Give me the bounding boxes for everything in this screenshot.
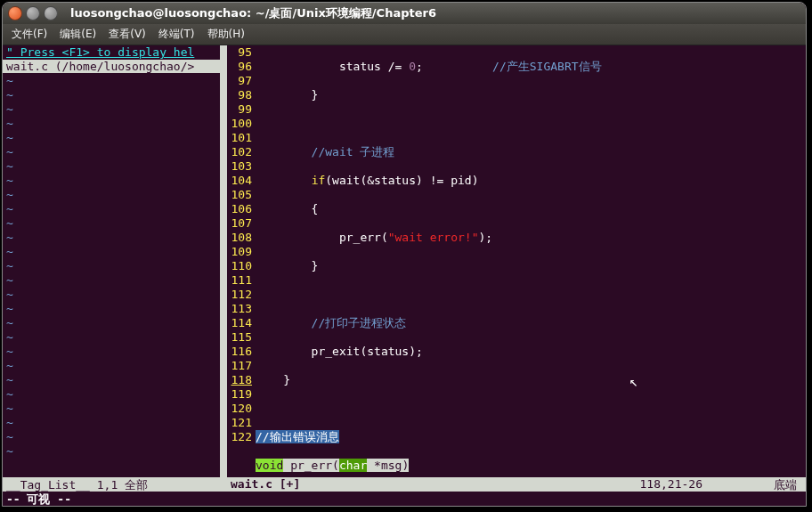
line-number: 98 — [227, 88, 252, 102]
line-number: 121 — [227, 416, 252, 430]
line-number: 113 — [227, 302, 252, 316]
line-number: 99 — [227, 102, 252, 117]
line-number: 117 — [227, 359, 252, 373]
status-filename: wait.c [+] — [231, 477, 300, 492]
status-taglist: __Tag_List__ 1,1 全部 — [3, 477, 220, 492]
vim-mode: -- 可视 -- — [6, 492, 71, 506]
status-bar: __Tag_List__ 1,1 全部 wait.c [+] 118,21-26… — [3, 477, 806, 492]
line-number: 103 — [227, 159, 252, 174]
tilde-column: ~~~~~~~~~~~~~~~~~~~~~~~~~~~ — [6, 74, 13, 459]
code-area[interactable]: status /= 0; //产生SIGABRT信号 } //wait 子进程 … — [256, 45, 806, 506]
line-number: 107 — [227, 216, 252, 231]
window-close-icon[interactable] — [8, 6, 22, 20]
line-number: 100 — [227, 117, 252, 131]
status-scroll: 底端 — [774, 477, 806, 492]
line-number: 111 — [227, 273, 252, 288]
menu-terminal[interactable]: 终端(T) — [153, 25, 200, 44]
window-maximize-icon[interactable] — [44, 6, 58, 20]
window-title: luosongchao@luosongchao: ~/桌面/Unix环境编程/C… — [70, 5, 436, 21]
line-number: 112 — [227, 288, 252, 302]
line-number: 115 — [227, 330, 252, 345]
line-number: 118 — [227, 373, 252, 387]
mode-line: -- 可视 -- — [3, 492, 806, 506]
line-number: 114 — [227, 316, 252, 330]
line-number: 104 — [227, 174, 252, 188]
line-number: 97 — [227, 74, 252, 88]
menu-edit[interactable]: 编辑(E) — [54, 25, 102, 44]
editor-area: " Press <F1> to display hel wait.c (/hom… — [3, 45, 806, 506]
line-number: 106 — [227, 202, 252, 216]
taglist-hint: " Press <F1> to display hel — [3, 45, 220, 59]
vertical-separator[interactable] — [220, 45, 227, 506]
line-number: 105 — [227, 188, 252, 202]
line-number: 119 — [227, 387, 252, 402]
line-number: 95 — [227, 45, 252, 60]
menu-view[interactable]: 查看(V) — [103, 25, 151, 44]
menu-file[interactable]: 文件(F) — [6, 25, 53, 44]
titlebar[interactable]: luosongchao@luosongchao: ~/桌面/Unix环境编程/C… — [3, 3, 806, 24]
menubar: 文件(F) 编辑(E) 查看(V) 终端(T) 帮助(H) — [3, 24, 806, 45]
line-number: 122 — [227, 430, 252, 444]
taglist-file-entry[interactable]: wait.c (/home/luosongchao/> — [3, 60, 220, 73]
line-number-gutter: 9596979899100101102103104105106107108109… — [227, 45, 256, 506]
window-minimize-icon[interactable] — [26, 6, 40, 20]
line-number: 109 — [227, 245, 252, 259]
taglist-pane[interactable]: " Press <F1> to display hel wait.c (/hom… — [3, 45, 220, 506]
line-number: 96 — [227, 60, 252, 74]
menu-help[interactable]: 帮助(H) — [202, 25, 250, 44]
code-text: status /= — [256, 60, 409, 73]
terminal-window: luosongchao@luosongchao: ~/桌面/Unix环境编程/C… — [2, 2, 807, 507]
line-number: 102 — [227, 145, 252, 159]
status-cursor-position: 118,21-26 — [640, 477, 774, 492]
line-number: 116 — [227, 345, 252, 359]
line-number: 108 — [227, 231, 252, 245]
line-number: 101 — [227, 131, 252, 145]
line-number: 120 — [227, 402, 252, 416]
line-number: 110 — [227, 259, 252, 273]
